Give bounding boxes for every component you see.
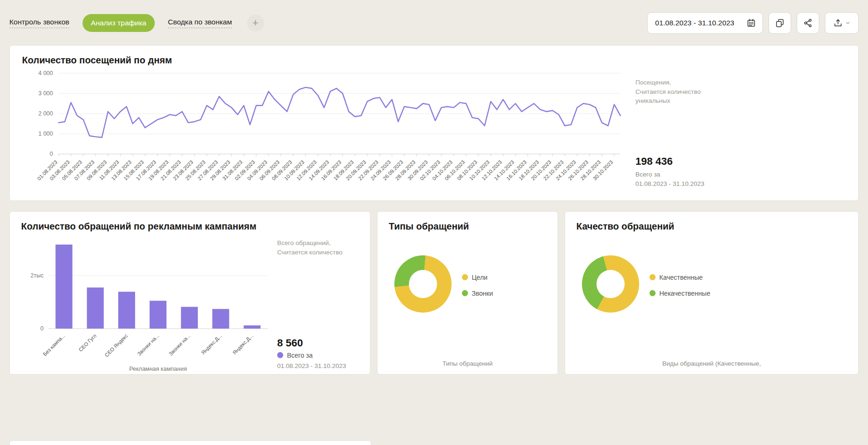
toolbar: 01.08.2023 - 31.10.2023 (647, 12, 859, 34)
request-types-card: Типы обращений Цели Звонки Типы обращени… (377, 211, 558, 375)
visits-side-panel: Посещения, Считается количество уникальн… (635, 67, 736, 194)
campaigns-total-value: 8 560 (277, 337, 359, 349)
export-button[interactable] (825, 12, 859, 34)
request-quality-caption: Виды обращений (Качественные, (565, 360, 858, 367)
request-types-caption: Типы обращений (377, 360, 558, 367)
calendar-icon (747, 18, 756, 28)
tab-traffic-analysis[interactable]: Анализ трафика (83, 14, 155, 32)
visits-total-label: Всего за 01.08.2023 - 31.10.2023 (635, 170, 736, 189)
date-range-value: 01.08.2023 - 31.10.2023 (655, 19, 734, 27)
svg-text:СЕО Яндекс: СЕО Яндекс (104, 333, 129, 358)
svg-text:2тыс: 2тыс (30, 272, 44, 279)
request-types-body: Цели Звонки (394, 255, 546, 313)
legend-item-quality: Качественные (649, 274, 710, 281)
legend-item-nonquality: Некачественные (649, 290, 710, 297)
share-icon (803, 18, 813, 28)
tab-call-control[interactable]: Контроль звонков (9, 18, 69, 28)
request-types-title: Типы обращений (389, 221, 546, 232)
campaigns-card: Количество обращений по рекламным кампан… (9, 211, 370, 375)
export-icon (833, 18, 843, 28)
svg-text:Рекламная кампания: Рекламная кампания (129, 366, 187, 372)
campaigns-bar-chart: 02тысБез кампа...СЕО ГуглСЕО ЯндексЗвонк… (21, 232, 274, 374)
campaigns-total-period: 01.08.2023 - 31.10.2023 (277, 361, 359, 371)
share-button[interactable] (797, 12, 819, 34)
legend-item-calls: Звонки (462, 290, 493, 297)
campaigns-card-body: 02тысБез кампа...СЕО ГуглСЕО ЯндексЗвонк… (21, 232, 359, 374)
campaigns-total-caption: Всего за (287, 352, 313, 359)
svg-text:Звонки на...: Звонки на... (136, 333, 160, 357)
legend-label: Звонки (472, 290, 493, 297)
svg-text:1 000: 1 000 (38, 130, 53, 137)
topbar: Контроль звонков Анализ трафика Сводка п… (9, 0, 859, 34)
request-quality-title: Качество обращений (576, 221, 847, 232)
visits-card-body: 01 0002 0003 0004 00001.08.202303.08.202… (22, 67, 846, 194)
legend-label: Качественные (659, 274, 703, 281)
visits-note-line: уникальных (635, 96, 736, 106)
date-range-picker[interactable]: 01.08.2023 - 31.10.2023 (647, 12, 763, 34)
svg-text:Без кампа...: Без кампа... (42, 333, 66, 357)
visits-card-title: Количество посещений по дням (22, 55, 846, 66)
tab-bar: Контроль звонков Анализ трафика Сводка п… (9, 14, 264, 32)
next-card-peek (9, 440, 371, 445)
chevron-down-icon (845, 20, 851, 26)
tab-calls-summary[interactable]: Сводка по звонкам (168, 18, 232, 28)
copy-report-button[interactable] (769, 12, 791, 34)
svg-text:3 000: 3 000 (38, 90, 53, 97)
request-quality-card: Качество обращений Качественные Некачест… (565, 211, 859, 375)
visits-note-line: Считается количество (635, 87, 736, 97)
visits-total-caption: Всего за (635, 170, 736, 179)
plus-icon: + (252, 18, 258, 28)
visits-total-period: 01.08.2023 - 31.10.2023 (635, 179, 736, 189)
campaigns-card-title: Количество обращений по рекламным кампан… (21, 221, 359, 232)
legend-item-goals: Цели (462, 274, 493, 281)
campaigns-total-block: 8 560 Всего за 01.08.2023 - 31.10.2023 (277, 337, 359, 371)
visits-total-value: 198 436 (635, 155, 736, 168)
svg-text:СЕО Гугл: СЕО Гугл (77, 333, 97, 353)
types-donut-chart (394, 255, 452, 313)
calls-color-dot (462, 290, 468, 296)
request-quality-body: Качественные Некачественные (582, 255, 847, 313)
dashboard-page: Контроль звонков Анализ трафика Сводка п… (0, 0, 868, 445)
copy-icon (775, 18, 785, 28)
svg-text:Яндекс.Д...: Яндекс.Д... (200, 333, 223, 356)
series-color-dot (277, 352, 283, 358)
goals-color-dot (462, 274, 468, 280)
svg-text:Звонки на...: Звонки на... (167, 333, 191, 357)
visits-metric-note: Посещения, Считается количество уникальн… (635, 78, 736, 106)
types-legend: Цели Звонки (462, 271, 493, 297)
campaigns-series-legend: Всего за (277, 352, 359, 359)
quality-donut-chart (582, 255, 639, 313)
legend-label: Цели (472, 274, 488, 281)
cards-row: Количество обращений по рекламным кампан… (9, 211, 859, 375)
svg-text:0: 0 (40, 325, 44, 332)
quality-legend: Качественные Некачественные (649, 271, 710, 297)
visits-line-chart: 01 0002 0003 0004 00001.08.202303.08.202… (22, 67, 627, 194)
add-tab-button[interactable]: + (247, 15, 264, 31)
svg-text:2 000: 2 000 (38, 110, 53, 117)
campaigns-note-line: Считается количество (277, 248, 359, 257)
campaigns-side-panel: Всего обращений, Считается количество 8 … (274, 232, 359, 374)
svg-text:4 000: 4 000 (38, 70, 53, 77)
svg-text:Яндекс.Д...: Яндекс.Д... (231, 333, 254, 356)
campaigns-metric-note: Всего обращений, Считается количество (277, 238, 359, 257)
visits-total-block: 198 436 Всего за 01.08.2023 - 31.10.2023 (635, 155, 736, 189)
legend-label: Некачественные (659, 290, 710, 297)
nonquality-color-dot (649, 290, 656, 296)
visits-note-line: Посещения, (635, 78, 736, 87)
campaigns-note-line: Всего обращений, (277, 238, 359, 248)
visits-card: Количество посещений по дням 01 0002 000… (9, 45, 859, 201)
svg-text:0: 0 (50, 151, 53, 157)
quality-color-dot (649, 274, 656, 280)
